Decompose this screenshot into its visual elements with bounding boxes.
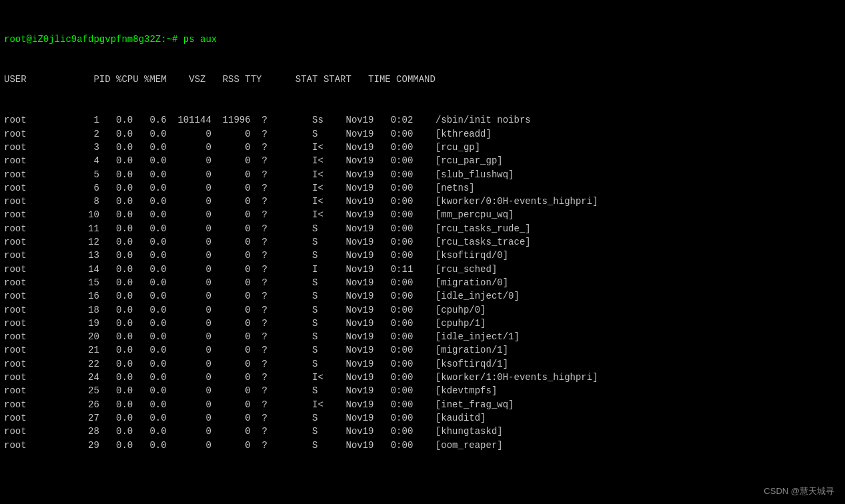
process-list: root 1 0.0 0.6 101144 11996 ? Ss Nov19 0…: [4, 113, 841, 451]
table-row: root 6 0.0 0.0 0 0 ? I< Nov19 0:00 [netn…: [4, 181, 841, 195]
table-row: root 12 0.0 0.0 0 0 ? S Nov19 0:00 [rcu_…: [4, 235, 841, 249]
table-row: root 15 0.0 0.0 0 0 ? S Nov19 0:00 [migr…: [4, 276, 841, 289]
table-row: root 16 0.0 0.0 0 0 ? S Nov19 0:00 [idle…: [4, 289, 841, 303]
terminal-window: root@iZ0jlic9afdpgvpfnm8g32Z:~# ps aux U…: [0, 0, 845, 471]
table-row: root 3 0.0 0.0 0 0 ? I< Nov19 0:00 [rcu_…: [4, 141, 841, 154]
table-row: root 4 0.0 0.0 0 0 ? I< Nov19 0:00 [rcu_…: [4, 154, 841, 167]
table-row: root 25 0.0 0.0 0 0 ? S Nov19 0:00 [kdev…: [4, 384, 841, 397]
table-row: root 13 0.0 0.0 0 0 ? S Nov19 0:00 [ksof…: [4, 249, 841, 262]
table-row: root 2 0.0 0.0 0 0 ? S Nov19 0:00 [kthre…: [4, 127, 841, 141]
table-row: root 27 0.0 0.0 0 0 ? S Nov19 0:00 [kaud…: [4, 411, 841, 425]
table-row: root 22 0.0 0.0 0 0 ? S Nov19 0:00 [ksof…: [4, 357, 841, 371]
table-row: root 11 0.0 0.0 0 0 ? S Nov19 0:00 [rcu_…: [4, 222, 841, 235]
table-row: root 1 0.0 0.6 101144 11996 ? Ss Nov19 0…: [4, 113, 841, 127]
header-line: USER PID %CPU %MEM VSZ RSS TTY STAT STAR…: [4, 73, 841, 86]
watermark: CSDN @慧天城寻: [764, 485, 834, 497]
table-row: root 14 0.0 0.0 0 0 ? I Nov19 0:11 [rcu_…: [4, 263, 841, 276]
table-row: root 20 0.0 0.0 0 0 ? S Nov19 0:00 [idle…: [4, 330, 841, 343]
table-row: root 28 0.0 0.0 0 0 ? S Nov19 0:00 [khun…: [4, 425, 841, 438]
table-row: root 18 0.0 0.0 0 0 ? S Nov19 0:00 [cpuh…: [4, 303, 841, 317]
table-row: root 29 0.0 0.0 0 0 ? S Nov19 0:00 [oom_…: [4, 439, 841, 452]
table-row: root 26 0.0 0.0 0 0 ? I< Nov19 0:00 [ine…: [4, 398, 841, 411]
table-row: root 21 0.0 0.0 0 0 ? S Nov19 0:00 [migr…: [4, 343, 841, 357]
table-row: root 19 0.0 0.0 0 0 ? S Nov19 0:00 [cpuh…: [4, 317, 841, 330]
table-row: root 8 0.0 0.0 0 0 ? I< Nov19 0:00 [kwor…: [4, 195, 841, 208]
prompt-line: root@iZ0jlic9afdpgvpfnm8g32Z:~# ps aux: [4, 33, 841, 46]
table-row: root 10 0.0 0.0 0 0 ? I< Nov19 0:00 [mm_…: [4, 208, 841, 221]
table-row: root 5 0.0 0.0 0 0 ? I< Nov19 0:00 [slub…: [4, 168, 841, 181]
table-row: root 24 0.0 0.0 0 0 ? I< Nov19 0:00 [kwo…: [4, 371, 841, 384]
